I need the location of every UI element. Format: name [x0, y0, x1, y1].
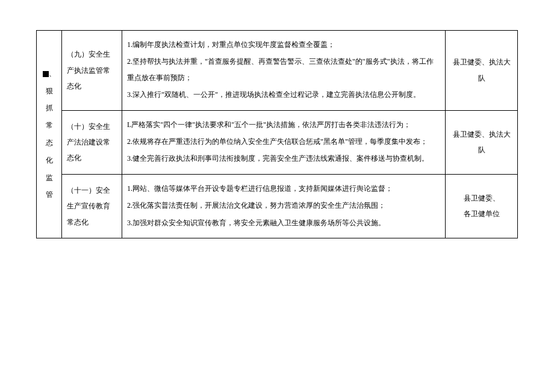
subitem-cell: （十）安全生产法治建设常态化	[62, 110, 122, 174]
table-row: 、 狠 抓 常 态 化 监 管 （九）安全生产执法监管常态化 1.编制年度执法检…	[37, 31, 518, 111]
category-text: 、 狠 抓 常 态 化 监 管	[40, 65, 58, 204]
subitem-text: （九）安全生产执法监管常态化	[67, 50, 110, 90]
subitem-cell: （九）安全生产执法监管常态化	[62, 31, 122, 111]
content-line: 3.健全完善行政执法和刑事司法衔接制度，完善安全生产违法线索通报、案件移送与协查…	[127, 151, 440, 166]
table-body: 、 狠 抓 常 态 化 监 管 （九）安全生产执法监管常态化 1.编制年度执法检…	[37, 31, 518, 238]
dept-cell: 县卫健委、执法大队	[446, 31, 518, 111]
content-line: 2.强化落实普法责任制，开展法治文化建设，努力营造浓厚的安全生产法治氛围；	[127, 198, 440, 213]
content-line: 3.深入推行"双随机、一公开"，推进现场执法检查全过程记录，建立完善执法信息公开…	[127, 87, 440, 102]
category-char-6: 管	[46, 190, 53, 199]
subitem-text: （十一）安全生产宣传教育常态化	[67, 186, 110, 226]
category-char-0: 狠	[46, 87, 53, 95]
subitem-text: （十）安全生产法治建设常态化	[67, 122, 110, 163]
policy-table: 、 狠 抓 常 态 化 监 管 （九）安全生产执法监管常态化 1.编制年度执法检…	[36, 30, 518, 238]
content-line: 2.坚持帮扶与执法并重，"首查服务提醒、再查警告警示、三查依法查处"的"服务式"…	[127, 54, 440, 86]
content-line: 1.网站、微信等媒体平台开设专题专栏进行信息报道，支持新闻媒体进行舆论监督；	[127, 181, 440, 196]
square-marker-icon	[43, 71, 49, 77]
content-cell: 1.网站、微信等媒体平台开设专题专栏进行信息报道，支持新闻媒体进行舆论监督； 2…	[122, 174, 446, 238]
category-char-4: 化	[46, 156, 53, 164]
category-char-3: 态	[46, 138, 53, 147]
table-row: （十一）安全生产宣传教育常态化 1.网站、微信等媒体平台开设专题专栏进行信息报道…	[37, 174, 518, 238]
category-char-5: 监	[46, 173, 53, 182]
category-suffix: 、	[49, 69, 56, 78]
dept-cell: 县卫健委、 各卫健单位	[446, 174, 518, 238]
content-line: L严格落实"四个一律"执法要求和"五个一批"执法措施，依法严厉打击各类非法违法行…	[127, 117, 440, 132]
content-line: 2.依规将存在严重违法行为的单位纳入安全生产失信联合惩戒"黑名单"管理，每季度集…	[127, 134, 440, 149]
dept-text: 县卫健委、执法大队	[453, 58, 511, 82]
dept-text-line1: 县卫健委、	[464, 194, 500, 202]
category-char-1: 抓	[46, 104, 53, 112]
content-line: 3.加强对群众安全知识宣传教育，将安全元素融入卫生健康服务场所等公共设施。	[127, 215, 440, 231]
subitem-cell: （十一）安全生产宣传教育常态化	[62, 174, 122, 238]
content-cell: 1.编制年度执法检查计划，对重点单位实现年度监督检查全覆盖； 2.坚持帮扶与执法…	[122, 31, 446, 111]
dept-text-line2: 各卫健单位	[464, 210, 500, 218]
category-char-2: 常	[46, 121, 53, 129]
table-row: （十）安全生产法治建设常态化 L严格落实"四个一律"执法要求和"五个一批"执法措…	[37, 110, 518, 174]
content-line: 1.编制年度执法检查计划，对重点单位实现年度监督检查全覆盖；	[127, 37, 440, 52]
category-cell: 、 狠 抓 常 态 化 监 管	[37, 31, 62, 238]
content-cell: L严格落实"四个一律"执法要求和"五个一批"执法措施，依法严厉打击各类非法违法行…	[122, 110, 446, 174]
dept-text: 县卫健委、执法大队	[453, 130, 511, 154]
dept-cell: 县卫健委、执法大队	[446, 110, 518, 174]
